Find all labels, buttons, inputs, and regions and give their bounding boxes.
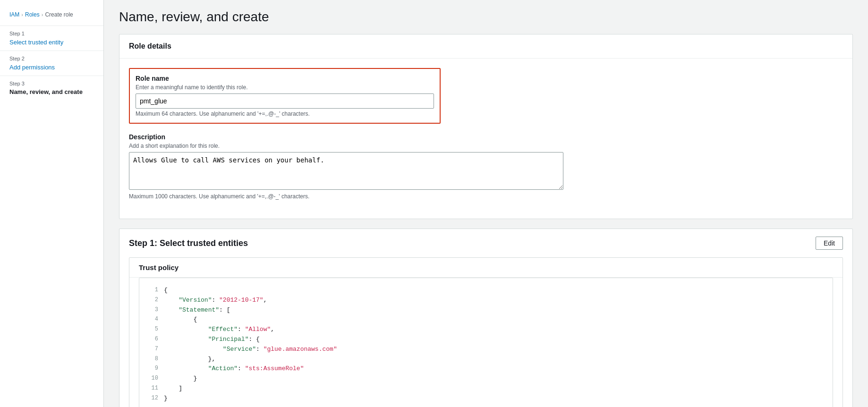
role-name-hint: Enter a meaningful name to identify this… xyxy=(136,84,434,91)
code-line-11: 11 ] xyxy=(147,384,825,394)
role-name-input[interactable] xyxy=(136,93,434,109)
sidebar-step3-group: Step 3 Name, review, and create xyxy=(0,76,103,100)
sidebar-step1-label: Step 1 xyxy=(9,31,94,36)
sidebar-step2-label: Step 2 xyxy=(9,56,94,61)
line-num-4: 4 xyxy=(147,315,158,325)
code-line-1: 1 { xyxy=(147,286,825,296)
code-line-9: 9 "Action": "sts:AssumeRole" xyxy=(147,364,825,374)
code-line-8: 8 }, xyxy=(147,355,825,365)
breadcrumb: IAM › Roles › Create role xyxy=(0,8,103,25)
line-num-11: 11 xyxy=(147,384,158,394)
breadcrumb-iam[interactable]: IAM xyxy=(9,11,19,18)
sidebar-step3-label: Step 3 xyxy=(9,81,94,86)
role-details-header: Role details xyxy=(119,34,852,59)
description-textarea[interactable]: Allows Glue to call AWS services on your… xyxy=(129,152,563,190)
code-line-6: 6 "Principal": { xyxy=(147,335,825,345)
line-num-9: 9 xyxy=(147,364,158,374)
breadcrumb-roles[interactable]: Roles xyxy=(25,11,40,18)
step1-edit-button[interactable]: Edit xyxy=(816,237,843,250)
line-num-7: 7 xyxy=(147,345,158,355)
page-title: Name, review, and create xyxy=(119,9,853,25)
role-name-highlight-box: Role name Enter a meaningful name to ide… xyxy=(129,68,441,124)
role-details-card: Role details Role name Enter a meaningfu… xyxy=(119,34,853,219)
role-name-label: Role name xyxy=(136,75,434,82)
breadcrumb-sep2: › xyxy=(42,12,43,17)
line-num-8: 8 xyxy=(147,355,158,365)
line-num-6: 6 xyxy=(147,335,158,345)
code-line-7: 7 "Service": "glue.amazonaws.com" xyxy=(147,345,825,355)
line-num-12: 12 xyxy=(147,394,158,404)
code-line-10: 10 } xyxy=(147,374,825,384)
code-line-12: 12 } xyxy=(147,394,825,404)
breadcrumb-current: Create role xyxy=(45,11,73,18)
description-group: Description Add a short explanation for … xyxy=(129,133,843,200)
sidebar-step2-link[interactable]: Add permissions xyxy=(9,64,55,71)
code-line-5: 5 "Effect": "Allow", xyxy=(147,325,825,335)
sidebar-step1-group: Step 1 Select trusted entity xyxy=(0,25,103,51)
sidebar-step1-link[interactable]: Select trusted entity xyxy=(9,39,63,46)
trust-policy-header: Trust policy xyxy=(129,258,842,278)
line-num-3: 3 xyxy=(147,305,158,315)
line-num-5: 5 xyxy=(147,325,158,335)
step1-section-title: Step 1: Select trusted entities xyxy=(129,238,248,248)
description-hint: Add a short explanation for this role. xyxy=(129,143,843,149)
sidebar: IAM › Roles › Create role Step 1 Select … xyxy=(0,0,104,407)
code-line-4: 4 { xyxy=(147,315,825,325)
line-num-1: 1 xyxy=(147,286,158,296)
description-label: Description xyxy=(129,133,843,141)
step1-card: Step 1: Select trusted entities Edit Tru… xyxy=(119,229,853,407)
step1-section-header: Step 1: Select trusted entities Edit xyxy=(119,229,852,257)
role-details-body: Role name Enter a meaningful name to ide… xyxy=(119,59,852,219)
code-line-3: 3 "Statement": [ xyxy=(147,305,825,315)
breadcrumb-sep1: › xyxy=(21,12,23,17)
role-name-max: Maximum 64 characters. Use alphanumeric … xyxy=(136,110,434,117)
trust-policy-card: Trust policy 1 { 2 "Version": "2012-10-1… xyxy=(129,257,843,407)
main-content: Name, review, and create Role details Ro… xyxy=(104,0,868,407)
line-num-10: 10 xyxy=(147,374,158,384)
sidebar-step3-current: Name, review, and create xyxy=(9,88,94,95)
trust-policy-code: 1 { 2 "Version": "2012-10-17", 3 "Statem… xyxy=(139,278,833,407)
description-max: Maximum 1000 characters. Use alphanumeri… xyxy=(129,193,843,200)
line-num-2: 2 xyxy=(147,296,158,305)
code-line-2: 2 "Version": "2012-10-17", xyxy=(147,296,825,305)
sidebar-step2-group: Step 2 Add permissions xyxy=(0,51,103,76)
